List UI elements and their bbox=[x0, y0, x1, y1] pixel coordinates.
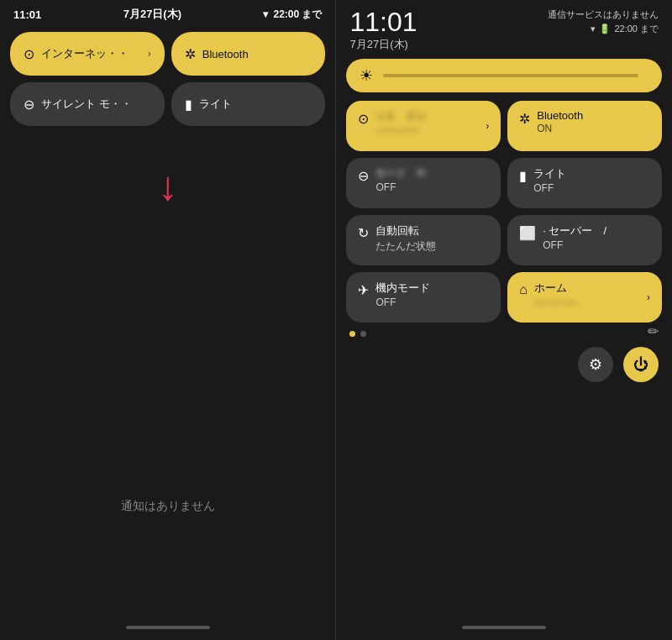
right-bluetooth-title: Bluetooth bbox=[537, 109, 583, 122]
left-status-right: ▾ 22:00 まで bbox=[263, 8, 322, 22]
right-airplane-content: 機内モード OFF bbox=[375, 281, 430, 308]
no-notification-text: 通知はありません bbox=[121, 499, 215, 514]
right-internet-tile[interactable]: ⊙ ット イン ────── › bbox=[346, 101, 501, 151]
right-home-status: ────── bbox=[534, 296, 577, 308]
right-rotation-status: たたんだ状態 bbox=[375, 239, 436, 254]
right-airplane-title: 機内モード bbox=[375, 281, 430, 296]
right-home-bar bbox=[462, 626, 546, 629]
right-flashlight-tile[interactable]: ▮ ライト OFF bbox=[507, 158, 662, 208]
right-rotation-title: 自動回転 bbox=[375, 223, 436, 239]
right-server-title: · セーバー / bbox=[543, 223, 606, 239]
right-panel: 11:01 7月27日(木) 通信サービスはありません ▾ 🔋 22:00 まで… bbox=[336, 0, 672, 640]
right-silent-icon: ⊖ bbox=[358, 168, 369, 184]
right-flashlight-title: ライト bbox=[533, 166, 566, 181]
right-internet-arrow: › bbox=[486, 120, 489, 132]
right-wifi-icon: ⊙ bbox=[358, 111, 369, 127]
no-service-text: 通信サービスはありません bbox=[548, 8, 659, 21]
dot-1 bbox=[349, 331, 355, 337]
right-rotation-icon: ↻ bbox=[358, 225, 369, 241]
dot-2 bbox=[360, 331, 366, 337]
right-server-status: OFF bbox=[543, 239, 606, 251]
settings-button[interactable]: ⚙ bbox=[578, 347, 613, 382]
internet-tile[interactable]: ⊙ インターネッ・・ › bbox=[10, 32, 165, 76]
right-quick-grid: ⊙ ット イン ────── › ✲ Bluetooth ON ⊖ モード サ·… bbox=[346, 101, 662, 323]
right-home-tile[interactable]: ⌂ ホーム ────── › bbox=[507, 272, 662, 323]
silent-tile-label: サイレント モ・・ bbox=[41, 97, 151, 112]
right-status-right: 通信サービスはありません ▾ 🔋 22:00 まで bbox=[548, 8, 659, 35]
right-flashlight-status: OFF bbox=[533, 182, 566, 194]
right-home-content: ホーム ────── bbox=[534, 281, 577, 308]
bluetooth-tile[interactable]: ✲ Bluetooth bbox=[171, 32, 326, 76]
notification-area: 通知はありません bbox=[0, 393, 335, 620]
right-airplane-status: OFF bbox=[375, 296, 430, 308]
bluetooth-tile-label: Bluetooth bbox=[202, 48, 312, 60]
left-home-indicator bbox=[0, 620, 335, 640]
power-button[interactable]: ⏻ bbox=[623, 347, 659, 382]
left-home-bar bbox=[126, 626, 210, 629]
right-server-icon: ⬜ bbox=[519, 225, 536, 241]
right-rotation-content: 自動回転 たたんだ状態 bbox=[375, 223, 436, 254]
right-home-arrow: › bbox=[647, 291, 650, 303]
right-status-bar: 11:01 7月27日(木) 通信サービスはありません ▾ 🔋 22:00 まで bbox=[346, 0, 662, 54]
silent-tile-icon: ⊖ bbox=[24, 97, 34, 113]
right-airplane-icon: ✈ bbox=[358, 282, 369, 298]
internet-tile-label: インターネッ・・ bbox=[41, 46, 141, 61]
arrow-container: ↓ bbox=[0, 133, 335, 393]
edit-icon[interactable]: ✏ bbox=[648, 323, 659, 339]
right-flashlight-content: ライト OFF bbox=[533, 166, 566, 194]
left-time: 11:01 bbox=[13, 8, 41, 21]
right-bluetooth-status: ON bbox=[537, 123, 583, 134]
flashlight-tile-icon: ▮ bbox=[185, 97, 192, 113]
right-home-title: ホーム bbox=[534, 281, 577, 296]
right-time-date: 11:01 7月27日(木) bbox=[349, 8, 417, 52]
settings-icon: ⚙ bbox=[589, 355, 602, 374]
right-rotation-tile[interactable]: ↻ 自動回転 たたんだ状態 bbox=[346, 215, 501, 265]
down-arrow: ↓ bbox=[158, 166, 178, 207]
wifi-icon: ▾ bbox=[263, 8, 268, 20]
right-flashlight-icon: ▮ bbox=[519, 168, 527, 184]
right-silent-tile[interactable]: ⊖ モード サ· OFF bbox=[346, 158, 501, 208]
left-quick-tiles: ⊙ インターネッ・・ › ✲ Bluetooth ⊖ サイレント モ・・ ▮ ラ… bbox=[0, 25, 335, 133]
wifi-tile-icon: ⊙ bbox=[24, 46, 34, 62]
page-dots bbox=[349, 331, 366, 337]
bottom-buttons: ⚙ ⏻ bbox=[346, 340, 662, 386]
right-home-indicator bbox=[346, 620, 662, 640]
right-silent-content: モード サ· OFF bbox=[375, 166, 428, 193]
right-silent-title: モード サ· bbox=[375, 166, 428, 181]
right-silent-status: OFF bbox=[375, 181, 428, 193]
battery-row: ▾ 🔋 22:00 まで bbox=[591, 23, 659, 35]
left-date: 7月27日(木) bbox=[123, 7, 181, 22]
bluetooth-tile-icon: ✲ bbox=[185, 46, 196, 62]
page-dots-row: ✏ bbox=[346, 323, 662, 340]
right-date: 7月27日(木) bbox=[349, 37, 417, 52]
wifi-status-icon: ▾ bbox=[591, 24, 596, 34]
right-internet-content: ット イン ────── bbox=[375, 109, 426, 136]
brightness-track bbox=[383, 74, 638, 77]
battery-time-right: 22:00 まで bbox=[614, 23, 659, 35]
battery-time: 22:00 まで bbox=[273, 8, 322, 22]
right-internet-status: ────── bbox=[375, 124, 426, 136]
right-bluetooth-tile[interactable]: ✲ Bluetooth ON bbox=[507, 101, 662, 151]
flashlight-tile-label: ライト bbox=[199, 97, 312, 112]
battery-icon: 🔋 bbox=[599, 24, 611, 34]
right-home-icon: ⌂ bbox=[519, 282, 528, 297]
left-panel: 11:01 7月27日(木) ▾ 22:00 まで ⊙ インターネッ・・ › ✲… bbox=[0, 0, 335, 640]
internet-tile-arrow: › bbox=[148, 48, 151, 60]
right-server-content: · セーバー / OFF bbox=[543, 223, 606, 251]
right-bluetooth-icon: ✲ bbox=[519, 111, 530, 127]
right-time: 11:01 bbox=[349, 8, 417, 35]
right-internet-title: ット イン bbox=[375, 109, 426, 123]
silent-tile[interactable]: ⊖ サイレント モ・・ bbox=[10, 82, 165, 126]
right-airplane-tile[interactable]: ✈ 機内モード OFF bbox=[346, 272, 501, 323]
right-bluetooth-content: Bluetooth ON bbox=[537, 109, 583, 134]
flashlight-tile[interactable]: ▮ ライト bbox=[171, 82, 326, 126]
power-icon: ⏻ bbox=[633, 356, 648, 374]
brightness-bar[interactable]: ☀ bbox=[346, 59, 662, 92]
right-server-tile[interactable]: ⬜ · セーバー / OFF bbox=[507, 215, 662, 265]
left-status-bar: 11:01 7月27日(木) ▾ 22:00 まで bbox=[0, 0, 335, 25]
brightness-icon: ☀ bbox=[360, 66, 373, 85]
